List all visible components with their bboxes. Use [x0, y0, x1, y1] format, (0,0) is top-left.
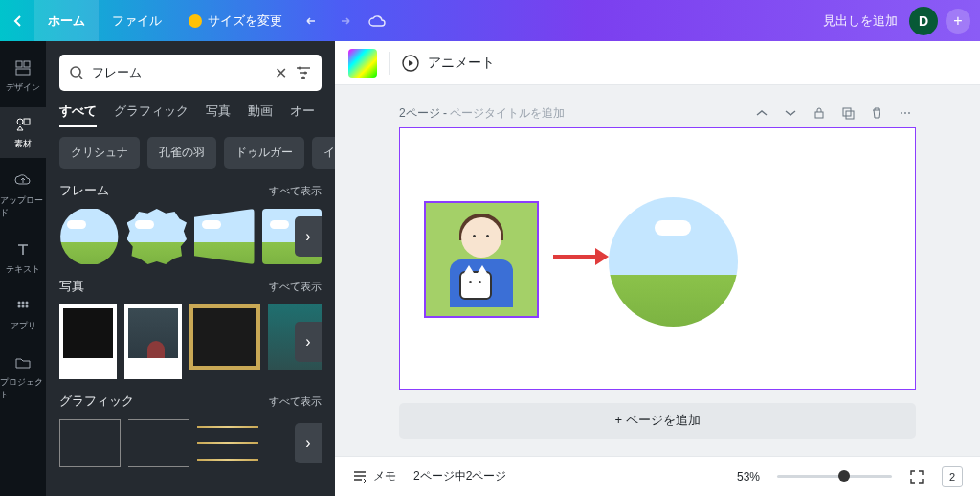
svg-point-7: [26, 302, 29, 304]
arrow-annotation: [553, 255, 601, 259]
rail-apps[interactable]: アプリ: [0, 289, 46, 340]
frame-trapezoid[interactable]: [194, 209, 255, 264]
section-graphics-title: グラフィック: [59, 393, 134, 410]
apps-icon: [13, 297, 33, 316]
rail-label: アプリ: [11, 320, 36, 332]
chip-1[interactable]: クリシュナ: [59, 137, 140, 169]
frame-circle[interactable]: [59, 209, 120, 264]
rail-upload[interactable]: アップロード: [0, 164, 46, 227]
animate-label: アニメート: [428, 55, 495, 72]
graphic-3[interactable]: [197, 419, 258, 467]
svg-point-11: [71, 67, 80, 77]
svg-point-14: [302, 77, 305, 79]
zoom-value[interactable]: 53%: [737, 470, 760, 484]
templates-icon: [13, 58, 33, 78]
tab-photos[interactable]: 写真: [206, 102, 231, 127]
graphic-2[interactable]: [128, 419, 189, 467]
search-icon: [69, 65, 84, 80]
canvas-page[interactable]: [399, 127, 916, 390]
section-photos-title: 写真: [59, 278, 84, 295]
chip-2[interactable]: 孔雀の羽: [147, 137, 216, 169]
rail-label: アップロード: [0, 194, 46, 219]
rail-label: プロジェクト: [0, 376, 46, 401]
document-title[interactable]: 見出しを追加: [823, 12, 898, 30]
animate-icon: [401, 54, 420, 73]
undo-button[interactable]: [296, 14, 328, 28]
rail-label: デザイン: [6, 81, 40, 94]
page-up[interactable]: [751, 102, 772, 124]
crown-icon: [189, 14, 202, 28]
scroll-right-frames[interactable]: ›: [295, 216, 322, 257]
rail-elements[interactable]: 素材: [0, 107, 46, 158]
animate-button[interactable]: アニメート: [401, 54, 495, 73]
selected-image[interactable]: [424, 201, 539, 318]
home-tab[interactable]: ホーム: [34, 0, 99, 41]
filter-icon[interactable]: [295, 65, 312, 80]
add-page-button[interactable]: + ページを追加: [399, 403, 916, 439]
frame-blob[interactable]: [127, 209, 188, 264]
circle-frame-on-canvas[interactable]: [609, 197, 738, 327]
svg-point-5: [18, 302, 21, 304]
pages-grid-button[interactable]: 2: [942, 466, 963, 487]
see-all-photos[interactable]: すべて表示: [269, 280, 322, 294]
chip-4[interactable]: イン: [312, 137, 335, 169]
svg-rect-0: [16, 61, 22, 67]
folder-icon: [13, 353, 33, 372]
see-all-graphics[interactable]: すべて表示: [269, 395, 322, 409]
rail-project[interactable]: プロジェクト: [0, 346, 46, 409]
lock-icon[interactable]: [809, 102, 830, 124]
avatar[interactable]: D: [909, 7, 938, 35]
resize-button[interactable]: サイズを変更: [175, 0, 296, 41]
page-number: 2ページ -: [399, 106, 450, 120]
page-down[interactable]: [780, 102, 801, 124]
svg-rect-4: [24, 119, 30, 124]
chip-3[interactable]: ドゥルガー: [224, 137, 304, 169]
elements-icon: [13, 115, 33, 134]
svg-rect-17: [843, 108, 851, 116]
tab-all[interactable]: すべて: [59, 102, 97, 127]
photo-1[interactable]: [59, 304, 117, 379]
rail-text[interactable]: テキスト: [0, 233, 46, 283]
svg-point-12: [299, 67, 301, 70]
scroll-right-graphics[interactable]: ›: [295, 423, 322, 463]
duplicate-icon[interactable]: [837, 102, 858, 124]
svg-rect-16: [815, 112, 823, 118]
photo-3[interactable]: [189, 304, 261, 370]
rail-label: テキスト: [6, 263, 40, 276]
notes-icon[interactable]: メモ: [352, 468, 396, 485]
see-all-frames[interactable]: すべて表示: [269, 184, 322, 198]
svg-point-9: [22, 305, 25, 308]
text-icon: [13, 240, 33, 259]
resize-label: サイズを変更: [208, 12, 282, 30]
zoom-slider[interactable]: [777, 475, 892, 478]
svg-point-8: [18, 305, 21, 308]
notes-label: メモ: [373, 468, 396, 485]
more-icon[interactable]: ⋯: [895, 102, 916, 124]
tab-graphics[interactable]: グラフィック: [114, 102, 189, 127]
scroll-right-photos[interactable]: ›: [295, 322, 322, 362]
photo-2[interactable]: [124, 304, 182, 379]
share-button[interactable]: +: [946, 9, 970, 34]
file-menu[interactable]: ファイル: [99, 0, 175, 41]
redo-button[interactable]: [328, 14, 361, 28]
tab-videos[interactable]: 動画: [248, 102, 273, 127]
color-picker[interactable]: [348, 49, 377, 78]
svg-point-13: [304, 72, 307, 75]
delete-icon[interactable]: [866, 102, 887, 124]
clear-search-icon[interactable]: ✕: [275, 64, 287, 82]
tab-audio[interactable]: オー: [290, 102, 315, 127]
rail-label: 素材: [14, 138, 32, 150]
section-frames-title: フレーム: [59, 182, 109, 199]
svg-rect-18: [846, 111, 854, 119]
upload-icon: [13, 171, 33, 191]
cloud-sync-icon[interactable]: [361, 14, 393, 28]
svg-rect-2: [16, 69, 30, 75]
fullscreen-icon[interactable]: [909, 469, 924, 485]
back-button[interactable]: [0, 15, 34, 27]
rail-design[interactable]: デザイン: [0, 51, 46, 101]
page-indicator: 2ページ中2ページ: [413, 468, 506, 485]
graphic-1[interactable]: [59, 419, 121, 467]
search-input[interactable]: [92, 66, 267, 80]
svg-point-6: [22, 302, 25, 304]
page-title-input[interactable]: ページタイトルを追加: [450, 106, 565, 120]
